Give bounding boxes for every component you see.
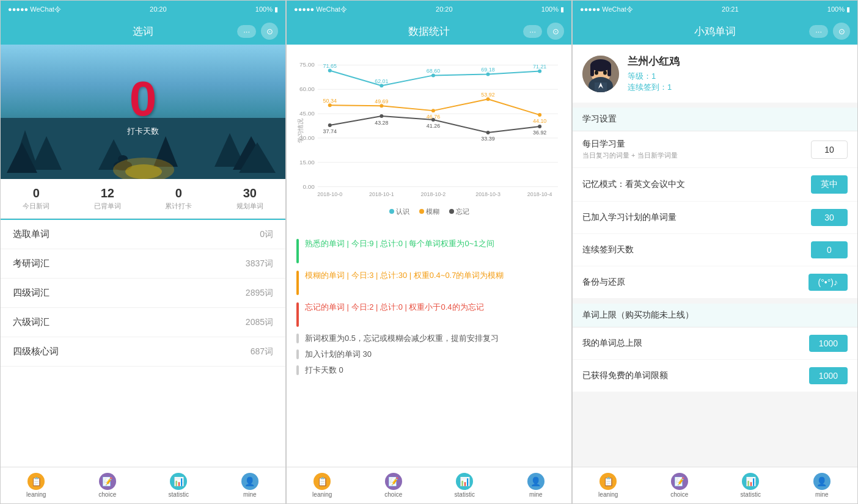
- settings-label-daily: 每日学习量 当日复习的词量 + 当日新学词量: [582, 139, 678, 160]
- tab-choice-1[interactable]: 📝 choice: [72, 467, 144, 503]
- tab-bar-3: 📋 leaning 📝 choice 📊 statistic 👤 mine: [573, 467, 857, 503]
- word-item-1[interactable]: 考研词汇 3837词: [1, 249, 285, 279]
- svg-point-54: [380, 114, 383, 118]
- target-button-1[interactable]: ⊙: [261, 23, 278, 40]
- settings-value-memory[interactable]: 英中: [811, 175, 848, 194]
- settings-row-backup[interactable]: 备份与还原 (°•°)♪: [573, 266, 857, 299]
- svg-point-53: [328, 123, 332, 127]
- time-1: 20:20: [150, 5, 167, 13]
- tab-icon-choice-1: 📝: [99, 473, 116, 490]
- tab-statistic-1[interactable]: 📊 statistic: [143, 467, 215, 503]
- tab-statistic-3[interactable]: 📊 statistic: [715, 467, 787, 503]
- svg-text:2018-10-3: 2018-10-3: [475, 191, 501, 197]
- status-bar-2: ●●●●● WeChat令 20:20 100% ▮: [287, 1, 571, 18]
- settings-row-free-limit[interactable]: 已获得免费的单词限额 1000: [573, 360, 857, 392]
- legend-forget: 忘记: [449, 207, 469, 216]
- nav-actions-1: ··· ⊙: [237, 23, 278, 40]
- tab-mine-2[interactable]: 👤 mine: [501, 467, 572, 503]
- word-item-count-2: 2895词: [246, 288, 273, 299]
- svg-text:71.65: 71.65: [323, 63, 337, 69]
- plain-info-1: 加入计划的单词 30: [296, 349, 562, 360]
- tab-label-mine-1: mine: [243, 491, 257, 498]
- svg-text:45.00: 45.00: [299, 110, 315, 117]
- settings-value-streak[interactable]: 0: [811, 241, 848, 258]
- target-button-2[interactable]: ⊙: [547, 23, 564, 40]
- settings-row-daily[interactable]: 每日学习量 当日复习的词量 + 当日新学词量 10: [573, 131, 857, 168]
- tab-icon-statistic-1: 📊: [170, 473, 187, 490]
- svg-text:2018-10-4: 2018-10-4: [527, 191, 552, 197]
- tab-mine-3[interactable]: 👤 mine: [787, 467, 858, 503]
- info-item-fuzzy: 模糊的单词 | 今日:3 | 总计:30 | 权重0.4~0.7的单词为模糊: [296, 269, 562, 295]
- word-item-3[interactable]: 六级词汇 2085词: [1, 308, 285, 337]
- nav-bar-2: 数据统计 ··· ⊙: [287, 18, 571, 45]
- banner-counter: 0 打卡天数: [127, 75, 159, 137]
- settings-section: 学习设置 每日学习量 当日复习的词量 + 当日新学词量 10 记忆模式：看英文会…: [573, 108, 857, 299]
- svg-point-57: [538, 125, 541, 128]
- signal-3: ●●●●● WeChat令: [580, 5, 633, 14]
- word-item-count-1: 3837词: [246, 258, 273, 269]
- tab-choice-2[interactable]: 📝 choice: [358, 467, 430, 503]
- info-bar-green: [296, 239, 299, 263]
- tab-label-statistic-3: statistic: [741, 491, 761, 498]
- avatar-svg: [582, 56, 619, 92]
- stat-value-2: 0: [143, 186, 215, 200]
- svg-text:学习情况: 学习情况: [297, 119, 304, 143]
- svg-point-56: [486, 131, 490, 134]
- stat-label-1: 已背单词: [72, 202, 144, 211]
- settings-value-backup[interactable]: (°•°)♪: [809, 274, 848, 291]
- word-item-0[interactable]: 选取单词 0词: [1, 219, 285, 249]
- settings-row-label-total-limit: 我的单词总上限: [582, 338, 642, 349]
- settings-value-total-limit[interactable]: 1000: [809, 335, 848, 352]
- tab-label-choice-2: choice: [384, 491, 402, 498]
- svg-text:62.01: 62.01: [375, 78, 388, 84]
- settings-row-memory[interactable]: 记忆模式：看英文会议中文 英中: [573, 168, 857, 202]
- word-item-4[interactable]: 四级核心词 687词: [1, 337, 285, 367]
- word-item-2[interactable]: 四级词汇 2895词: [1, 279, 285, 308]
- word-item-name-4: 四级核心词: [13, 346, 59, 357]
- stat-checkins: 0 累计打卡: [143, 186, 215, 211]
- nav-bar-1: 选词 ··· ⊙: [1, 18, 285, 45]
- tab-choice-3[interactable]: 📝 choice: [644, 467, 716, 503]
- word-item-count-3: 2085词: [246, 317, 273, 328]
- svg-text:68.60: 68.60: [427, 68, 440, 74]
- settings-value-free-limit[interactable]: 1000: [809, 367, 848, 384]
- svg-point-55: [431, 118, 435, 122]
- svg-text:36.92: 36.92: [533, 130, 546, 136]
- settings-row-plan-count[interactable]: 已加入学习计划的单词量 30: [573, 202, 857, 234]
- more-button-2[interactable]: ···: [523, 25, 542, 38]
- svg-point-69: [595, 70, 598, 75]
- word-item-count-0: 0词: [260, 229, 273, 240]
- svg-text:53.92: 53.92: [481, 92, 494, 98]
- more-button-3[interactable]: ···: [809, 25, 828, 38]
- info-item-forget: 忘记的单词 | 今日:2 | 总计:0 | 权重小于0.4的为忘记: [296, 301, 562, 327]
- tab-icon-mine-1: 👤: [241, 473, 258, 490]
- plain-info-0: 新词权重为0.5，忘记或模糊会减少权重，提前安排复习: [296, 333, 562, 344]
- banner: 0 打卡天数: [1, 45, 285, 179]
- signal-2: ●●●●● WeChat令: [294, 5, 347, 14]
- svg-point-70: [603, 70, 607, 75]
- target-button-3[interactable]: ⊙: [833, 23, 850, 40]
- info-text-forget: 忘记的单词 | 今日:2 | 总计:0 | 权重小于0.4的为忘记: [305, 301, 484, 313]
- legend-recognize: 认识: [389, 207, 409, 216]
- svg-point-14: [125, 164, 162, 179]
- tab-leaning-3[interactable]: 📋 leaning: [573, 467, 644, 503]
- settings-row-streak[interactable]: 连续签到天数 0: [573, 234, 857, 266]
- tab-label-statistic-2: statistic: [455, 491, 475, 498]
- tab-icon-choice-2: 📝: [385, 473, 402, 490]
- info-bar-red: [296, 302, 299, 327]
- settings-value-plan[interactable]: 30: [811, 209, 848, 226]
- limit-header: 单词上限（购买功能未上线）: [573, 304, 857, 327]
- word-item-count-4: 687词: [251, 346, 273, 357]
- profile-section: 兰州小红鸡 等级：1 连续签到：1: [573, 45, 857, 103]
- svg-text:69.18: 69.18: [481, 67, 494, 73]
- battery-2: 100% ▮: [541, 5, 564, 13]
- more-button-1[interactable]: ···: [237, 25, 256, 38]
- tab-mine-1[interactable]: 👤 mine: [215, 467, 286, 503]
- tab-statistic-2[interactable]: 📊 statistic: [429, 467, 501, 503]
- settings-value-daily[interactable]: 10: [811, 141, 848, 159]
- tab-leaning-1[interactable]: 📋 leaning: [1, 467, 72, 503]
- settings-row-total-limit[interactable]: 我的单词总上限 1000: [573, 327, 857, 360]
- time-3: 20:21: [722, 5, 739, 13]
- tab-leaning-2[interactable]: 📋 leaning: [287, 467, 358, 503]
- tab-label-choice-1: choice: [98, 491, 116, 498]
